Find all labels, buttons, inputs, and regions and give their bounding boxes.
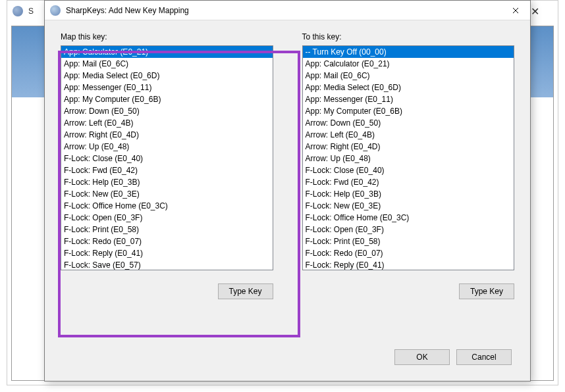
list-item[interactable]: F-Lock: Office Home (E0_3C) (303, 212, 514, 224)
app-icon (50, 5, 61, 16)
list-item[interactable]: F-Lock: New (E0_3E) (303, 200, 514, 212)
list-item[interactable]: Arrow: Down (E0_50) (61, 105, 273, 117)
list-item[interactable]: F-Lock: Open (E0_3F) (61, 212, 273, 224)
list-item[interactable]: Arrow: Down (E0_50) (303, 117, 514, 129)
dialog-footer-buttons: OK Cancel (394, 349, 512, 365)
map-this-key-label: Map this key: (61, 32, 273, 41)
map-this-key-column: Map this key: App: Calculator (E0_21)App… (61, 32, 273, 299)
list-item[interactable]: F-Lock: Reply (E0_41) (61, 247, 273, 259)
list-item[interactable]: F-Lock: Print (E0_58) (61, 224, 273, 235)
dialog-titlebar[interactable]: SharpKeys: Add New Key Mapping (45, 1, 530, 20)
dialog-body: Map this key: App: Calculator (E0_21)App… (45, 20, 530, 381)
add-mapping-dialog: SharpKeys: Add New Key Mapping Map this … (44, 0, 531, 381)
list-item[interactable]: Arrow: Left (E0_4B) (303, 129, 514, 141)
list-item[interactable]: Arrow: Right (E0_4D) (303, 141, 514, 153)
list-item[interactable]: App: Mail (E0_6C) (61, 58, 273, 70)
list-item[interactable]: F-Lock: Open (E0_3F) (303, 224, 514, 235)
parent-close-glyph: ✕ (531, 5, 539, 18)
list-item[interactable]: App: My Computer (E0_6B) (61, 93, 273, 105)
list-item[interactable]: F-Lock: New (E0_3E) (61, 188, 273, 200)
close-icon (512, 7, 519, 14)
list-item[interactable]: F-Lock: Redo (E0_07) (61, 235, 273, 247)
list-item[interactable]: F-Lock: Save (E0_57) (61, 259, 273, 270)
close-button[interactable] (501, 1, 530, 20)
parent-title: S (28, 7, 34, 16)
to-this-key-label: To this key: (302, 32, 515, 41)
list-item[interactable]: F-Lock: Print (E0_58) (303, 235, 514, 247)
list-item[interactable]: App: My Computer (E0_6B) (303, 105, 514, 117)
list-item[interactable]: F-Lock: Reply (E0_41) (303, 259, 514, 270)
type-key-button-left[interactable]: Type Key (218, 283, 273, 299)
list-item[interactable]: Arrow: Left (E0_4B) (61, 117, 273, 129)
list-item[interactable]: App: Messenger (E0_11) (303, 93, 514, 105)
list-item[interactable]: F-Lock: Fwd (E0_42) (303, 176, 514, 188)
list-item[interactable]: F-Lock: Help (E0_3B) (61, 176, 273, 188)
list-item[interactable]: App: Media Select (E0_6D) (303, 82, 514, 93)
list-item[interactable]: App: Calculator (E0_21) (303, 58, 514, 70)
cancel-button[interactable]: Cancel (456, 349, 512, 365)
list-item[interactable]: Arrow: Up (E0_48) (303, 153, 514, 164)
ok-button[interactable]: OK (394, 349, 450, 365)
type-key-button-right[interactable]: Type Key (459, 283, 514, 299)
list-item[interactable]: App: Calculator (E0_21) (61, 46, 273, 58)
app-icon (13, 6, 23, 16)
to-this-key-listbox[interactable]: -- Turn Key Off (00_00)App: Calculator (… (302, 45, 515, 270)
map-this-key-listbox[interactable]: App: Calculator (E0_21)App: Mail (E0_6C)… (61, 45, 273, 270)
list-item[interactable]: App: Mail (E0_6C) (303, 70, 514, 82)
list-item[interactable]: F-Lock: Help (E0_3B) (303, 188, 514, 200)
list-item[interactable]: F-Lock: Office Home (E0_3C) (61, 200, 273, 212)
list-item[interactable]: F-Lock: Close (E0_40) (61, 153, 273, 164)
list-item[interactable]: Arrow: Right (E0_4D) (61, 129, 273, 141)
list-item[interactable]: App: Messenger (E0_11) (61, 82, 273, 93)
list-item[interactable]: F-Lock: Close (E0_40) (303, 164, 514, 176)
list-item[interactable]: F-Lock: Redo (E0_07) (303, 247, 514, 259)
list-item[interactable]: -- Turn Key Off (00_00) (303, 46, 514, 58)
list-item[interactable]: App: Media Select (E0_6D) (61, 70, 273, 82)
list-item[interactable]: Arrow: Up (E0_48) (61, 141, 273, 153)
list-item[interactable]: F-Lock: Fwd (E0_42) (61, 164, 273, 176)
dialog-title: SharpKeys: Add New Key Mapping (66, 6, 501, 15)
to-this-key-column: To this key: -- Turn Key Off (00_00)App:… (302, 32, 515, 299)
